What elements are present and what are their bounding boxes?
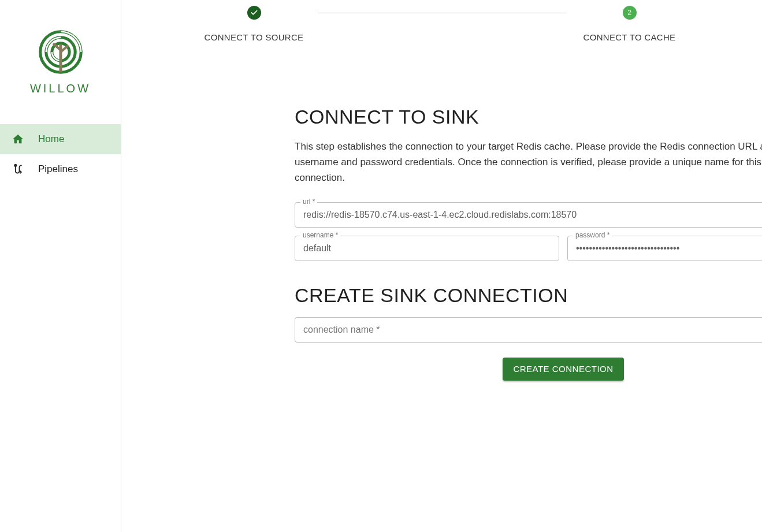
sidebar-item-label: Home — [38, 133, 64, 145]
sidebar-item-home[interactable]: Home — [0, 124, 121, 154]
connection-name-input[interactable] — [295, 317, 762, 343]
field-url: url * — [295, 202, 762, 228]
brand-logo: WILLOW — [0, 28, 121, 95]
home-icon — [12, 133, 24, 146]
section-title-connect-sink: CONNECT TO SINK — [295, 106, 762, 128]
stepper-line — [318, 13, 566, 13]
brand-name: WILLOW — [30, 82, 91, 95]
field-password: password * — [567, 236, 762, 261]
step-connect-source[interactable]: CONNECT TO SOURCE — [191, 6, 318, 42]
stepper: CONNECT TO SOURCE 2 CONNECT TO CACHE — [191, 6, 693, 42]
label-username: username * — [300, 231, 340, 239]
tree-logo-icon — [36, 28, 85, 76]
password-input[interactable] — [567, 236, 762, 261]
sidebar-nav: Home Pipelines — [0, 124, 121, 184]
step-connect-cache[interactable]: 2 CONNECT TO CACHE — [566, 6, 693, 42]
step-label: CONNECT TO CACHE — [583, 32, 676, 42]
label-url: url * — [300, 198, 317, 206]
label-password: password * — [573, 231, 612, 239]
pipeline-icon — [12, 163, 24, 176]
step-number-icon: 2 — [623, 6, 637, 20]
section-description: This step establishes the connection to … — [295, 139, 762, 186]
section-title-create-connection: CREATE SINK CONNECTION — [295, 284, 762, 307]
sidebar-item-label: Pipelines — [38, 163, 78, 175]
url-input[interactable] — [295, 202, 762, 228]
create-connection-button[interactable]: CREATE CONNECTION — [503, 358, 623, 381]
step-label: CONNECT TO SOURCE — [205, 32, 304, 42]
username-input[interactable] — [295, 236, 559, 261]
field-connection-name — [295, 317, 762, 343]
check-icon — [247, 6, 261, 20]
sidebar-item-pipelines[interactable]: Pipelines — [0, 154, 121, 184]
field-username: username * — [295, 236, 559, 261]
sidebar: WILLOW Home Pipelines — [0, 0, 121, 532]
main-content: CONNECT TO SOURCE 2 CONNECT TO CACHE CON… — [121, 0, 762, 532]
